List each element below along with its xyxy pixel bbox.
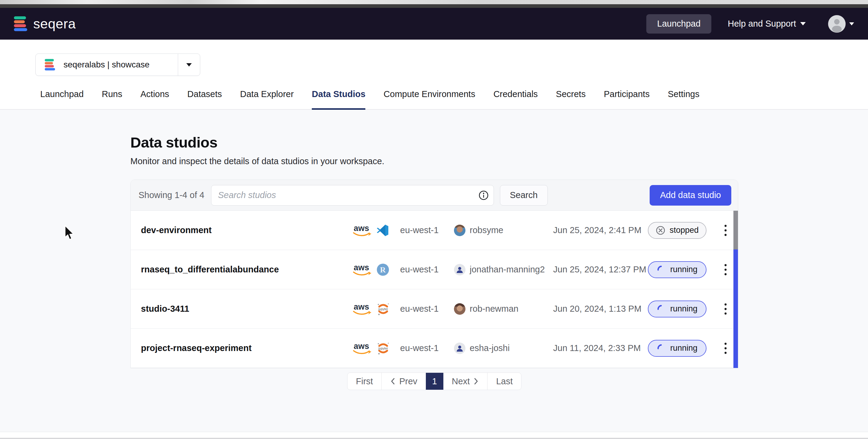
workspace-bar: seqeralabs | showcase [0, 40, 868, 76]
pagination-next-label: Next [452, 376, 470, 386]
status-badge: running [648, 261, 707, 278]
status-badge: stopped [648, 222, 707, 239]
chevron-down-icon [800, 22, 806, 25]
footer-divider [0, 432, 868, 439]
user-name: rob-newman [470, 304, 518, 314]
table-row[interactable]: studio-3411 aws jupyter [131, 289, 738, 328]
created-date: Jun 25, 2024, 12:37 PM [553, 264, 654, 275]
tab-compute-environments[interactable]: Compute Environments [383, 89, 475, 110]
region-label: eu-west-1 [400, 304, 454, 314]
tab-actions[interactable]: Actions [140, 89, 169, 110]
region-label: eu-west-1 [400, 343, 454, 353]
pagination-last[interactable]: Last [488, 373, 521, 390]
tab-data-studios[interactable]: Data Studios [312, 89, 365, 110]
status-label: running [670, 265, 698, 274]
table-toolbar: Showing 1-4 of 4 Search Add data studio [131, 180, 738, 211]
tab-runs[interactable]: Runs [102, 89, 123, 110]
table-row[interactable]: project-rnaseq-experiment aws jupyter [131, 328, 738, 368]
region-label: eu-west-1 [400, 225, 454, 235]
studio-name[interactable]: dev-environment [141, 225, 351, 235]
chevron-right-icon [473, 377, 479, 385]
row-menu-button[interactable] [721, 339, 730, 358]
search-input[interactable] [211, 185, 478, 205]
svg-text:jupyter: jupyter [378, 346, 388, 350]
aws-icon: aws [351, 224, 372, 237]
subheader-zone: seqeralabs | showcase Launchpad Runs Act… [0, 40, 868, 110]
top-navbar: seqera Launchpad Help and Support [0, 8, 868, 40]
table-row[interactable]: rnaseq_to_differentialabundance aws R eu… [131, 250, 738, 289]
svg-text:jupyter: jupyter [378, 307, 388, 311]
studio-name[interactable]: rnaseq_to_differentialabundance [141, 264, 351, 275]
svg-text:R: R [380, 265, 386, 274]
workspace-selector[interactable]: seqeralabs | showcase [35, 54, 200, 76]
tab-secrets[interactable]: Secrets [556, 89, 586, 110]
workspace-selector-caret[interactable] [178, 54, 200, 75]
launchpad-button[interactable]: Launchpad [646, 14, 712, 34]
kebab-menu-icon [724, 342, 727, 355]
main-content: Data studios Monitor and inspect the det… [0, 110, 868, 432]
created-date: Jun 20, 2024, 1:13 PM [553, 304, 654, 314]
spinner-icon [657, 344, 666, 353]
aws-icon: aws [351, 342, 372, 355]
user-name: esha-joshi [470, 343, 509, 353]
pagination-row: First Prev 1 Next Last [130, 373, 738, 390]
studio-name[interactable]: project-rnaseq-experiment [141, 343, 351, 353]
table-scrollbar[interactable] [734, 211, 738, 368]
avatar [454, 303, 465, 315]
chevron-down-icon [186, 63, 192, 66]
svg-text:aws: aws [353, 302, 369, 311]
info-icon[interactable] [478, 190, 489, 200]
svg-text:aws: aws [353, 263, 369, 272]
window-edge-strip [0, 4, 868, 8]
chevron-down-icon [849, 22, 854, 25]
jupyter-icon: jupyter [376, 302, 390, 316]
tab-launchpad[interactable]: Launchpad [40, 89, 84, 110]
workspace-tabs: Launchpad Runs Actions Datasets Data Exp… [0, 89, 868, 110]
status-label: running [670, 343, 698, 353]
user-menu[interactable] [828, 15, 854, 33]
chevron-left-icon [390, 377, 396, 385]
row-menu-button[interactable] [721, 260, 730, 279]
jupyter-icon: jupyter [376, 342, 390, 355]
svg-text:aws: aws [353, 342, 369, 351]
status-label: stopped [670, 225, 699, 235]
kebab-menu-icon [724, 302, 727, 316]
pagination: First Prev 1 Next Last [347, 373, 521, 390]
add-data-studio-button[interactable]: Add data studio [650, 185, 731, 206]
scrollbar-thumb[interactable] [734, 211, 738, 249]
tab-data-explorer[interactable]: Data Explorer [240, 89, 294, 110]
tab-participants[interactable]: Participants [604, 89, 650, 110]
avatar [828, 15, 846, 33]
tab-datasets[interactable]: Datasets [187, 89, 222, 110]
kebab-menu-icon [724, 263, 727, 276]
pagination-first[interactable]: First [347, 373, 381, 390]
search-button[interactable]: Search [500, 185, 548, 206]
help-and-support-menu[interactable]: Help and Support [728, 19, 806, 29]
avatar [454, 264, 465, 276]
seqera-mark-icon [45, 59, 55, 70]
rstudio-icon: R [376, 263, 389, 276]
user-name: robsyme [470, 225, 503, 235]
pagination-current-page[interactable]: 1 [426, 373, 443, 390]
studio-name[interactable]: studio-3411 [141, 304, 351, 314]
tab-credentials[interactable]: Credentials [493, 89, 538, 110]
created-date: Jun 25, 2024, 2:41 PM [553, 225, 654, 235]
brand-logo[interactable]: seqera [14, 16, 76, 32]
x-circle-icon [656, 225, 665, 235]
vscode-icon [376, 224, 389, 237]
data-studios-panel: Showing 1-4 of 4 Search Add data studio … [130, 180, 738, 368]
avatar [454, 225, 465, 236]
person-icon [828, 15, 846, 33]
pagination-prev[interactable]: Prev [382, 373, 426, 390]
table-row[interactable]: dev-environment aws eu-west-1 [131, 211, 738, 250]
aws-icon: aws [351, 302, 372, 316]
aws-icon: aws [351, 263, 372, 276]
pagination-next[interactable]: Next [443, 373, 488, 390]
row-menu-button[interactable] [721, 299, 730, 319]
kebab-menu-icon [724, 224, 727, 237]
row-menu-button[interactable] [721, 221, 730, 240]
brand-wordmark: seqera [33, 16, 76, 32]
tab-settings[interactable]: Settings [668, 89, 700, 110]
seqera-logo-icon [14, 16, 28, 31]
page-subtitle: Monitor and inspect the details of data … [130, 156, 738, 166]
